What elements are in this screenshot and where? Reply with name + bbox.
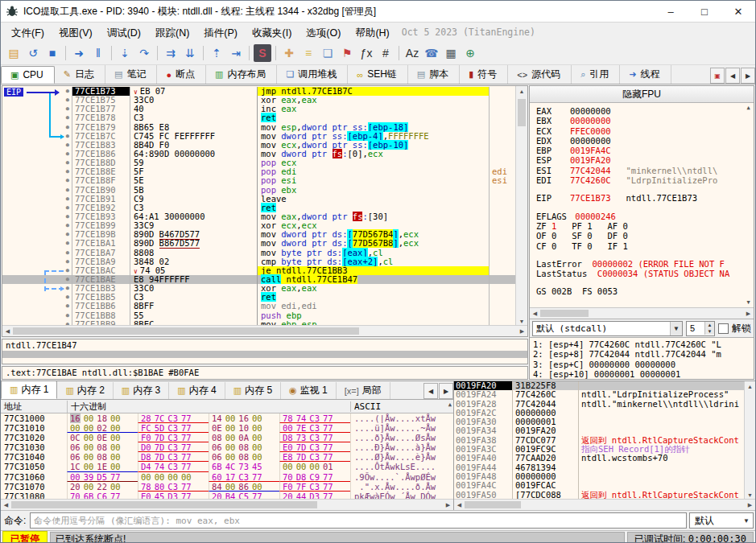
dump-byte[interactable]: 44 (296, 492, 307, 499)
stack-row[interactable]: 0019FA4C0019FCAC (454, 481, 745, 490)
stack-row[interactable]: 0019FA3000000001 (454, 418, 745, 426)
functions-icon[interactable]: ƒx (357, 44, 375, 62)
breakpoint-dot-icon[interactable]: ● (66, 187, 69, 193)
register-row[interactable]: EDI77C4260C "LdrpInitializePro (536, 175, 742, 185)
dump-byte[interactable]: D8 (141, 452, 151, 462)
breakpoint-gutter[interactable]: ● (2, 176, 72, 185)
close-process-icon[interactable]: ■ (43, 44, 61, 62)
dump-byte[interactable]: 00 (252, 482, 262, 492)
dump-horizontal-scrollbar[interactable]: ◀ ▶ (1, 499, 453, 510)
dump-byte[interactable]: 00 (283, 423, 293, 433)
breakpoint-dot-icon[interactable]: ● (66, 97, 69, 103)
dump-byte[interactable]: 00 (70, 472, 81, 482)
dump-byte[interactable]: C3 (309, 433, 320, 442)
breakpoint-dot-icon[interactable]: ● (66, 88, 69, 94)
dump-byte[interactable]: 77 (252, 472, 262, 482)
scroll-up-icon[interactable]: ▲ (448, 401, 453, 412)
dump-byte[interactable]: 00 (110, 413, 121, 423)
dump-row[interactable]: 77C3104006000800D87DC37706000800E87DC377… (1, 452, 453, 462)
handles-icon[interactable]: ☎ (423, 44, 440, 62)
dump-byte[interactable]: 73 (238, 462, 249, 471)
stack-row[interactable]: 0019FA4800000000 (454, 472, 745, 481)
breakpoint-gutter[interactable]: ● (2, 221, 72, 230)
dump-byte[interactable]: D3 (167, 492, 178, 499)
stack-row[interactable]: 0019FA3C0019FC9C指向SEH_Record[1]的指针 (454, 445, 745, 454)
tab-seh[interactable]: ∞SEH链 (348, 65, 408, 84)
arg-depth-stepper[interactable]: 5 ▲▼ (686, 321, 715, 336)
dump-byte[interactable]: 00 (84, 482, 94, 492)
stack-row[interactable]: 0019FA2477C4260Cntdll."LdrpInitializePro… (454, 390, 745, 399)
dump-tab-5[interactable]: ▥内存 5 (225, 382, 281, 399)
dump-byte[interactable]: 77 (323, 413, 333, 423)
breakpoint-dot-icon[interactable]: ● (66, 277, 69, 282)
dump-byte[interactable]: 00 (252, 423, 262, 433)
dump-byte[interactable]: 1E (97, 462, 107, 471)
dump-byte[interactable]: 00 (110, 423, 121, 433)
arguments-view[interactable]: 1: [esp+4] 77C4260C ntdll.77C4260C "L2: … (530, 338, 754, 379)
command-profile-select[interactable]: 默认 ▼ (689, 512, 754, 529)
register-row[interactable]: ESP0019FA20 (536, 155, 742, 165)
dump-byte[interactable]: C3 (309, 452, 320, 462)
argument-row[interactable]: 1: [esp+4] 77C4260C ntdll.77C4260C "L (533, 339, 744, 349)
hash-icon[interactable]: # (377, 44, 395, 62)
dump-byte[interactable]: 00 (225, 433, 236, 442)
dump-byte[interactable]: 08 (97, 452, 107, 462)
dump-byte[interactable]: 02 (97, 423, 107, 433)
argument-row[interactable]: 2: [esp+8] 77C42044 ntdll.77C42044 "m (533, 349, 744, 359)
disasm-row[interactable]: ●77CE1BB855push ebp (2, 311, 515, 320)
dump-byte[interactable]: 00 (110, 433, 121, 442)
dump-byte[interactable]: 78 (283, 413, 293, 423)
dump-byte[interactable]: 77 (181, 442, 192, 452)
dump-byte[interactable]: 77 (252, 492, 262, 499)
comments-icon[interactable]: ≡ (300, 44, 317, 62)
dump-tab-2[interactable]: ▥内存 2 (57, 382, 113, 399)
dump-byte[interactable]: 00 (225, 452, 236, 462)
dump-byte[interactable]: 08 (238, 452, 249, 462)
tab-notes[interactable]: ▤笔记 (105, 65, 157, 84)
stack-row[interactable]: 0019FA50[77CDC088返回到 ntdll.RtlCaptureSta… (454, 491, 745, 499)
dump-row[interactable]: 77C3103006000800D07DC37706000800E07DC377… (1, 442, 453, 452)
dump-byte[interactable]: 00 (84, 423, 94, 433)
eflags-row[interactable]: EFLAGS 00000246 (536, 212, 742, 221)
scroll-left-icon[interactable]: ◀ (530, 311, 540, 317)
breakpoint-dot-icon[interactable]: ● (66, 294, 69, 300)
dump-byte[interactable]: 00 (84, 433, 94, 442)
dump-byte[interactable]: C3 (167, 442, 178, 452)
register-row[interactable]: EBP0019FA4C (536, 146, 742, 155)
flags-row[interactable]: ZF 1 PF 1 AF 0 (536, 221, 742, 231)
stack-row[interactable]: 0019FA340019FA20 (454, 426, 745, 435)
dump-tab-locals[interactable]: [x=]局部 (337, 382, 390, 399)
scroll-left-icon[interactable]: ◀ (454, 502, 465, 508)
dump-byte[interactable]: 00 (155, 472, 165, 482)
scroll-down-icon[interactable]: ▼ (746, 298, 750, 307)
menu-item-I[interactable]: 收藏夹(I) (245, 25, 299, 41)
dump-row[interactable]: 77C310600039D577000000006017C37770D8C977… (1, 472, 453, 482)
argument-row[interactable]: 4: [esp+10] 00000001 00000001 (533, 369, 744, 379)
strings-icon[interactable]: Az (403, 44, 421, 62)
tab-references[interactable]: ⌕引用 (572, 65, 620, 84)
step-over-icon[interactable]: ↷ (135, 44, 153, 62)
dump-byte[interactable]: 77 (323, 442, 333, 452)
chevron-down-icon[interactable]: ▼ (670, 322, 682, 335)
register-row[interactable]: ESI77C42044 "minkernel\\ntdll\ (536, 166, 742, 175)
menu-item-O[interactable]: 选项(O) (299, 25, 348, 41)
dump-byte[interactable]: 00 (181, 472, 192, 482)
breakpoint-dot-icon[interactable]: ● (66, 250, 69, 256)
dump-byte[interactable]: 77 (110, 472, 121, 482)
dump-byte[interactable]: 00 (309, 462, 320, 471)
breakpoint-gutter[interactable]: ● (2, 230, 72, 239)
dump-tab-3[interactable]: ▥内存 3 (114, 382, 169, 399)
dump-byte[interactable]: 14 (212, 413, 222, 423)
scroll-thumb[interactable] (518, 99, 526, 126)
dump-tab-watch[interactable]: ◉监视 1 (281, 382, 337, 399)
tab-script[interactable]: ▤脚本 (408, 65, 460, 84)
dump-byte[interactable]: C3 (309, 442, 320, 452)
dump-byte[interactable]: 7D (155, 452, 165, 462)
stack-row[interactable]: 0019FA4077CAAD20ntdll.wcstombs+70 (454, 454, 745, 463)
dump-byte[interactable]: 77 (323, 492, 333, 499)
memory-dump-view[interactable]: 77C3100016001800287CC377140016007874C377… (1, 413, 453, 499)
breakpoint-dot-icon[interactable]: ● (66, 223, 69, 228)
dump-byte[interactable]: 77 (181, 433, 192, 442)
breakpoint-dot-icon[interactable]: ● (66, 115, 69, 121)
breakpoint-dot-icon[interactable]: ● (66, 169, 69, 175)
